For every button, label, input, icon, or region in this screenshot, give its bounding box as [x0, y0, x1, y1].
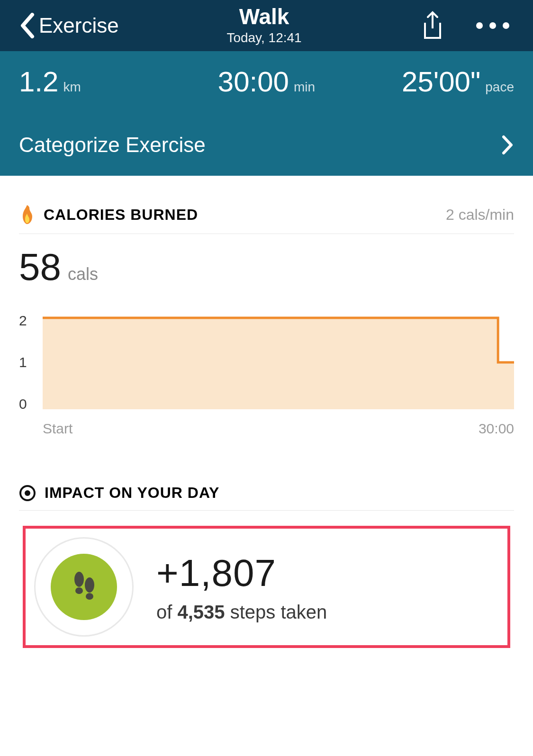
- steps-text: +1,807 of 4,535 steps taken: [156, 551, 327, 623]
- stats-strip: 1.2 km 30:00 min 25'00" pace Categorize …: [0, 51, 533, 176]
- flame-icon: [19, 204, 35, 225]
- share-button[interactable]: [419, 10, 446, 41]
- calories-rate: 2 cals/min: [446, 206, 514, 224]
- calories-title: CALORIES BURNED: [44, 206, 198, 224]
- chevron-right-icon: [502, 135, 514, 155]
- page-subtitle: Today, 12:41: [226, 30, 301, 45]
- y-tick: 2: [19, 313, 43, 329]
- calories-value: 58: [19, 245, 61, 289]
- chart-y-axis: 2 1 0: [19, 313, 43, 412]
- header-actions: [302, 10, 514, 41]
- y-tick: 0: [19, 396, 43, 412]
- svg-point-5: [75, 587, 83, 594]
- header-bar: Exercise Walk Today, 12:41: [0, 0, 533, 51]
- back-label: Exercise: [39, 14, 119, 37]
- chart-x-axis: Start 30:00: [43, 421, 514, 437]
- dot-icon: [503, 22, 509, 29]
- more-button[interactable]: [476, 22, 509, 29]
- svg-point-6: [85, 577, 94, 593]
- steps-delta: +1,807: [156, 551, 327, 595]
- impact-header: IMPACT ON YOUR DAY: [19, 484, 514, 511]
- impact-section: IMPACT ON YOUR DAY +1,807 of 4,535 steps…: [0, 437, 533, 648]
- calories-section: CALORIES BURNED 2 cals/min 58 cals 2 1 0: [0, 176, 533, 437]
- dot-icon: [476, 22, 483, 29]
- impact-title: IMPACT ON YOUR DAY: [45, 484, 219, 502]
- back-button[interactable]: Exercise: [19, 13, 226, 38]
- calories-total: 58 cals: [19, 245, 514, 289]
- calories-chart: 2 1 0 Start 30:00: [19, 313, 514, 437]
- chart-plot-area: [43, 315, 514, 409]
- x-start-label: Start: [43, 421, 72, 437]
- of-word: of: [156, 602, 172, 622]
- svg-point-4: [74, 572, 84, 587]
- header-title-block: Walk Today, 12:41: [226, 6, 301, 45]
- chevron-left-icon: [19, 13, 35, 38]
- svg-point-3: [25, 490, 30, 496]
- steps-total: 4,535: [177, 602, 225, 622]
- steps-badge: [34, 537, 134, 637]
- pace-value: 25'00": [402, 65, 480, 98]
- svg-point-7: [86, 593, 93, 600]
- y-tick: 1: [19, 354, 43, 370]
- stat-distance: 1.2 km: [19, 65, 184, 98]
- steps-badge-inner: [51, 554, 117, 620]
- categorize-label: Categorize Exercise: [19, 133, 206, 157]
- calories-unit: cals: [68, 264, 98, 284]
- duration-value: 30:00: [218, 65, 289, 98]
- dot-icon: [489, 22, 496, 29]
- stat-pace: 25'00" pace: [349, 65, 514, 98]
- x-end-label: 30:00: [479, 421, 514, 437]
- steps-suffix: steps taken: [230, 602, 327, 622]
- duration-unit: min: [294, 80, 315, 95]
- share-icon: [419, 10, 446, 41]
- footsteps-icon: [65, 568, 103, 606]
- steps-impact-card[interactable]: +1,807 of 4,535 steps taken: [23, 526, 510, 648]
- pace-unit: pace: [485, 80, 514, 95]
- calories-header: CALORIES BURNED 2 cals/min: [19, 204, 514, 234]
- target-icon: [19, 485, 36, 502]
- stat-duration: 30:00 min: [184, 65, 349, 98]
- categorize-exercise-row[interactable]: Categorize Exercise: [19, 122, 514, 176]
- steps-total-line: of 4,535 steps taken: [156, 602, 327, 623]
- distance-unit: km: [63, 80, 81, 95]
- distance-value: 1.2: [19, 65, 58, 98]
- page-title: Walk: [226, 6, 301, 27]
- stats-row: 1.2 km 30:00 min 25'00" pace: [19, 65, 514, 122]
